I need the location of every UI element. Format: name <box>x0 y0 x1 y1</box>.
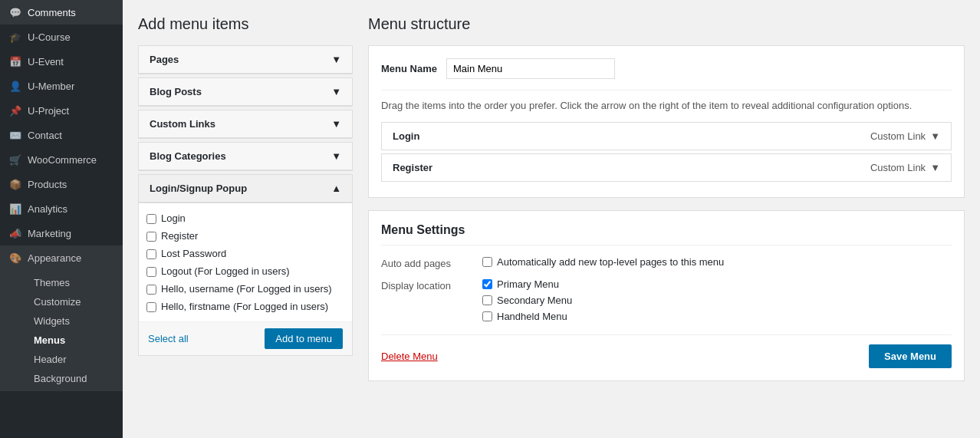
accordion-pages: Pages ▼ <box>138 45 353 74</box>
checkbox-label-lost_password: Lost Password <box>161 248 226 259</box>
sidebar-item-contact[interactable]: ✉️Contact <box>0 123 123 147</box>
add-to-menu-button[interactable]: Add to menu <box>265 328 343 349</box>
checkbox-item-logout[interactable]: Logout (For Logged in users) <box>145 262 346 280</box>
checkbox-item-register[interactable]: Register <box>145 227 346 245</box>
sidebar-item-label: U-Event <box>28 56 64 68</box>
display-location-checkbox-secondary[interactable] <box>482 295 492 305</box>
menu-settings: Menu Settings Auto add pages Automatical… <box>368 210 965 381</box>
checkbox-logout[interactable] <box>146 267 156 277</box>
checkbox-register[interactable] <box>146 232 156 242</box>
sidebar-sub-item-themes[interactable]: Themes <box>25 273 123 292</box>
sidebar-item-products[interactable]: 📦Products <box>0 172 123 196</box>
delete-menu-link[interactable]: Delete Menu <box>381 351 438 362</box>
display-location-label-primary: Primary Menu <box>497 278 559 290</box>
accordion-arrow-pages: ▼ <box>331 54 341 65</box>
checkbox-label-logout: Logout (For Logged in users) <box>161 265 290 277</box>
accordion-arrow-blog_categories: ▼ <box>331 150 341 162</box>
sidebar-item-label: U-Member <box>28 81 74 92</box>
auto-add-label: Auto add pages <box>381 256 473 269</box>
save-menu-button[interactable]: Save Menu <box>869 344 952 368</box>
display-location-primary[interactable]: Primary Menu <box>482 278 572 290</box>
display-locations: Primary Menu Secondary Menu Handheld Men… <box>482 278 572 322</box>
menu-settings-title: Menu Settings <box>381 223 952 245</box>
woocommerce-icon: 🛒 <box>9 153 21 166</box>
accordion-label-custom_links: Custom Links <box>150 118 215 130</box>
sidebar-item-uevent[interactable]: 📅U-Event <box>0 49 123 74</box>
auto-add-row: Auto add pages Automatically add new top… <box>381 256 952 269</box>
checkbox-hello_username[interactable] <box>146 285 156 295</box>
accordion-header-blog_posts[interactable]: Blog Posts ▼ <box>139 78 352 106</box>
auto-add-values: Automatically add new top-level pages to… <box>482 256 724 268</box>
accordion-label-blog_posts: Blog Posts <box>150 86 202 97</box>
menu-name-input[interactable] <box>446 58 615 79</box>
sidebar-item-ucourse[interactable]: 🎓U-Course <box>0 25 123 49</box>
menu-items-container: Login Custom Link ▼ Register Custom Link… <box>381 122 952 182</box>
uevent-icon: 📅 <box>9 55 21 68</box>
display-location-label-secondary: Secondary Menu <box>497 295 572 306</box>
main-content: Add menu items Pages ▼ Blog Posts ▼ Cust… <box>123 0 980 438</box>
drag-hint: Drag the items into the order you prefer… <box>381 90 952 111</box>
menu-bottom: Delete Menu Save Menu <box>381 334 952 368</box>
display-location-secondary[interactable]: Secondary Menu <box>482 295 572 306</box>
auto-add-checkbox[interactable] <box>482 257 492 267</box>
accordion-header-blog_categories[interactable]: Blog Categories ▼ <box>139 143 352 170</box>
checkbox-item-lost_password[interactable]: Lost Password <box>145 245 346 262</box>
display-location-checkbox-handheld[interactable] <box>482 311 492 321</box>
menu-item-arrow-login[interactable]: ▼ <box>930 130 940 142</box>
menu-item-arrow-register[interactable]: ▼ <box>930 162 940 173</box>
right-panel-title: Menu structure <box>368 15 965 33</box>
accordion-header-custom_links[interactable]: Custom Links ▼ <box>139 110 352 138</box>
display-location-label: Display location <box>381 278 473 291</box>
sidebar-sub-item-header[interactable]: Header <box>25 350 123 369</box>
checkbox-label-login: Login <box>161 212 186 224</box>
sidebar: 💬Comments🎓U-Course📅U-Event👤U-Member📌U-Pr… <box>0 0 123 438</box>
accordion-login_signup: Login/Signup Popup ▲ Login Register Lost… <box>138 174 353 356</box>
sidebar-item-uproject[interactable]: 📌U-Project <box>0 98 123 123</box>
sidebar-sub-item-widgets[interactable]: Widgets <box>25 311 123 331</box>
appearance-icon: 🎨 <box>9 252 21 264</box>
checkbox-lost_password[interactable] <box>146 249 156 259</box>
auto-add-check-row[interactable]: Automatically add new top-level pages to… <box>482 256 724 268</box>
sidebar-item-woocommerce[interactable]: 🛒WooCommerce <box>0 147 123 172</box>
accordion-scroll-login_signup[interactable]: Login Register Lost Password Logout (For… <box>139 203 352 321</box>
sidebar-item-umember[interactable]: 👤U-Member <box>0 74 123 98</box>
menu-structure-panel: Menu structure Menu Name Drag the items … <box>368 15 965 423</box>
menu-name-row: Menu Name <box>381 58 952 79</box>
select-all-link[interactable]: Select all <box>148 333 189 344</box>
checkbox-login[interactable] <box>146 214 156 224</box>
checkbox-item-hello_username[interactable]: Hello, username (For Logged in users) <box>145 280 346 298</box>
checkbox-item-hello_firstname[interactable]: Hello, firstname (For Logged in users) <box>145 298 346 315</box>
checkbox-hello_firstname[interactable] <box>146 302 156 312</box>
left-panel-title: Add menu items <box>138 15 353 33</box>
sidebar-item-label: Analytics <box>28 203 67 215</box>
accordion-header-login_signup[interactable]: Login/Signup Popup ▲ <box>139 175 352 203</box>
display-location-checkbox-primary[interactable] <box>482 279 492 289</box>
accordion-blog_posts: Blog Posts ▼ <box>138 77 353 107</box>
accordion-body-login_signup: Login Register Lost Password Logout (For… <box>139 203 352 355</box>
contact-icon: ✉️ <box>9 129 21 141</box>
sidebar-item-label: Products <box>28 179 67 190</box>
accordion-arrow-up-login_signup: ▲ <box>331 183 341 194</box>
analytics-icon: 📊 <box>9 203 21 215</box>
sidebar-sub-item-background[interactable]: Background <box>25 369 123 388</box>
checkbox-item-login[interactable]: Login <box>145 209 346 227</box>
menu-structure-box: Menu Name Drag the items into the order … <box>368 45 965 198</box>
accordion-header-pages[interactable]: Pages ▼ <box>139 46 352 74</box>
sidebar-item-label: Appearance <box>28 252 81 264</box>
sidebar-item-label: Comments <box>28 7 76 18</box>
sidebar-item-label: Contact <box>28 130 62 141</box>
comments-icon: 💬 <box>9 6 21 18</box>
menu-item-type-register: Custom Link ▼ <box>870 162 940 173</box>
menu-item-header-register: Register Custom Link ▼ <box>382 154 951 181</box>
accordion-footer-login_signup: Select all Add to menu <box>139 321 352 355</box>
accordion-arrow-blog_posts: ▼ <box>331 86 341 97</box>
sidebar-item-appearance[interactable]: 🎨Appearance <box>0 245 123 270</box>
display-location-handheld[interactable]: Handheld Menu <box>482 311 572 322</box>
sidebar-item-marketing[interactable]: 📣Marketing <box>0 221 123 245</box>
sidebar-item-analytics[interactable]: 📊Analytics <box>0 196 123 221</box>
checkbox-label-hello_firstname: Hello, firstname (For Logged in users) <box>161 301 328 312</box>
sidebar-item-comments[interactable]: 💬Comments <box>0 0 123 25</box>
sidebar-sub-item-customize[interactable]: Customize <box>25 292 123 311</box>
sidebar-item-label: U-Project <box>28 105 69 117</box>
sidebar-sub-item-menus[interactable]: Menus <box>25 331 123 350</box>
